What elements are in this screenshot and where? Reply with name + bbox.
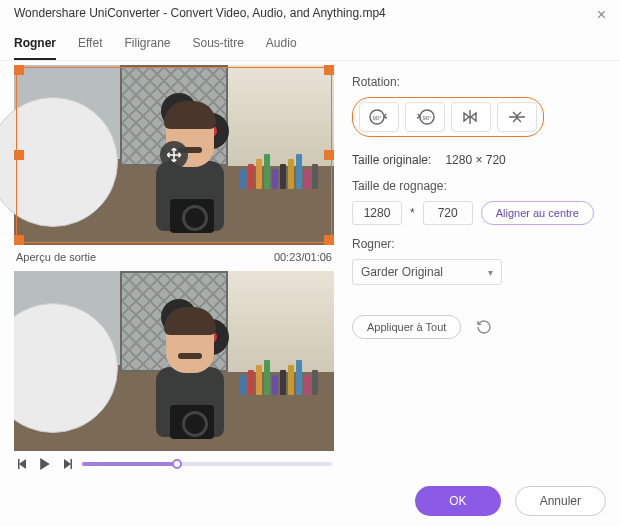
svg-rect-1 xyxy=(71,459,73,469)
crop-preview[interactable] xyxy=(14,65,334,245)
rotate-cw-button[interactable]: 90° xyxy=(405,102,445,132)
seek-progress xyxy=(82,462,177,466)
seek-track[interactable] xyxy=(82,462,332,466)
cancel-button[interactable]: Annuler xyxy=(515,486,606,516)
crop-handle-br[interactable] xyxy=(324,235,334,245)
tab-audio[interactable]: Audio xyxy=(266,32,297,60)
rogner-label: Rogner: xyxy=(352,237,606,251)
player-controls xyxy=(14,451,334,471)
crop-size-label: Taille de rognage: xyxy=(352,179,606,193)
crop-handle-l[interactable] xyxy=(14,150,24,160)
svg-rect-0 xyxy=(18,459,20,469)
window-title: Wondershare UniConverter - Convert Video… xyxy=(14,6,386,20)
svg-text:90°: 90° xyxy=(372,115,382,121)
svg-text:90°: 90° xyxy=(422,115,432,121)
output-preview xyxy=(14,271,334,451)
aspect-ratio-value: Garder Original xyxy=(361,265,443,279)
aspect-ratio-select[interactable]: Garder Original ▾ xyxy=(352,259,502,285)
crop-width-input[interactable]: 1280 xyxy=(352,201,402,225)
apply-all-button[interactable]: Appliquer à Tout xyxy=(352,315,461,339)
center-button[interactable]: Aligner au centre xyxy=(481,201,594,225)
crop-height-input[interactable]: 720 xyxy=(423,201,473,225)
rotation-group: 90° 90° xyxy=(352,97,544,137)
tab-rogner[interactable]: Rogner xyxy=(14,32,56,60)
original-size-label: Taille originale: xyxy=(352,153,431,167)
original-size-value: 1280 × 720 xyxy=(445,153,505,167)
move-icon[interactable] xyxy=(160,141,188,169)
rotate-ccw-button[interactable]: 90° xyxy=(359,102,399,132)
output-preview-label: Aperçu de sortie xyxy=(16,251,96,263)
play-button[interactable] xyxy=(38,457,52,471)
close-icon[interactable]: × xyxy=(597,6,606,24)
time-indicator: 00:23/01:06 xyxy=(274,251,332,263)
crop-handle-tr[interactable] xyxy=(324,65,334,75)
flip-vertical-button[interactable] xyxy=(497,102,537,132)
crop-handle-tl[interactable] xyxy=(14,65,24,75)
crop-handle-bl[interactable] xyxy=(14,235,24,245)
rotation-label: Rotation: xyxy=(352,75,606,89)
dim-separator: * xyxy=(410,206,415,220)
seek-thumb[interactable] xyxy=(172,459,182,469)
tabs: Rogner Effet Filigrane Sous-titre Audio xyxy=(0,24,620,61)
tab-soustitre[interactable]: Sous-titre xyxy=(193,32,244,60)
crop-handle-r[interactable] xyxy=(324,150,334,160)
prev-frame-button[interactable] xyxy=(16,457,30,471)
reset-icon[interactable] xyxy=(475,318,493,336)
flip-horizontal-button[interactable] xyxy=(451,102,491,132)
chevron-down-icon: ▾ xyxy=(488,267,493,278)
tab-filigrane[interactable]: Filigrane xyxy=(124,32,170,60)
tab-effet[interactable]: Effet xyxy=(78,32,102,60)
ok-button[interactable]: OK xyxy=(415,486,500,516)
next-frame-button[interactable] xyxy=(60,457,74,471)
